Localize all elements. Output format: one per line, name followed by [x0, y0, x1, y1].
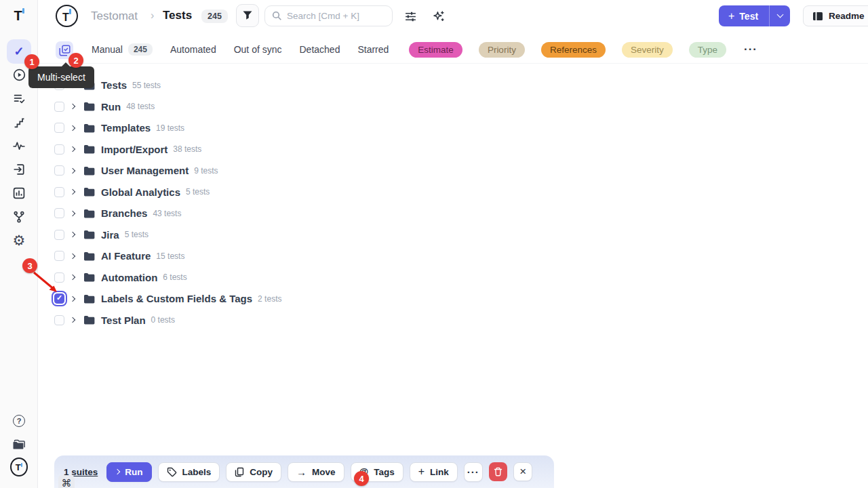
tree-row[interactable]: Branches 43 tests [54, 203, 281, 224]
tree-row[interactable]: Automation 6 tests [54, 267, 281, 289]
tree-row[interactable]: Jira 5 tests [54, 224, 281, 246]
suite-name[interactable]: Branches [101, 207, 147, 219]
tree-row[interactable]: Labels & Custom Fields & Tags 2 tests [54, 288, 281, 310]
search-box[interactable] [264, 5, 393, 26]
tree-row[interactable]: Run 48 tests [54, 96, 281, 118]
suite-test-count: 6 tests [163, 272, 186, 282]
suite-test-count: 15 tests [156, 251, 184, 261]
sidebar-item-import-icon[interactable] [10, 161, 28, 178]
sidebar-item-runs-play-icon[interactable] [10, 66, 28, 83]
folder-icon [83, 144, 95, 155]
folder-icon [83, 293, 95, 304]
sidebar-item-pulse-icon[interactable] [10, 137, 28, 155]
delete-button[interactable] [489, 462, 508, 481]
move-button[interactable]: Move [288, 462, 344, 482]
chevron-right-icon[interactable] [70, 146, 75, 152]
app-logo-icon[interactable]: T [0, 5, 38, 26]
copy-icon [235, 467, 244, 477]
tag-icon [167, 467, 177, 477]
readme-button[interactable]: Readme [803, 5, 868, 26]
ai-sparkles-icon[interactable] [431, 9, 446, 24]
view-settings-sliders-icon[interactable] [403, 9, 418, 24]
sidebar-projects-folder-icon[interactable] [10, 436, 28, 453]
labels-button[interactable]: Labels [158, 462, 220, 482]
tab-starred[interactable]: Starred [357, 44, 389, 55]
project-logo-icon[interactable]: T [56, 5, 78, 27]
tab-automated[interactable]: Automated [170, 44, 216, 55]
search-input[interactable] [287, 11, 382, 21]
suite-name[interactable]: Test Plan [101, 314, 146, 326]
sidebar-item-analytics-chart-icon[interactable] [10, 184, 28, 202]
suite-name[interactable]: Run [101, 101, 121, 113]
suite-name[interactable]: Jira [101, 229, 119, 241]
tree-row[interactable]: Global Analytics 5 tests [54, 182, 281, 203]
annotation-badge-2: 2 [68, 53, 83, 68]
suite-name[interactable]: Templates [101, 122, 151, 134]
tree-row[interactable]: Import/Export 38 tests [54, 139, 281, 161]
sidebar-item-plans-list-check-icon[interactable] [10, 89, 28, 107]
row-checkbox[interactable] [54, 102, 64, 112]
pill-severity[interactable]: Severity [622, 42, 673, 58]
suite-test-count: 5 tests [125, 230, 149, 239]
suite-name[interactable]: AI Feature [101, 250, 151, 262]
tab-detached[interactable]: Detached [299, 44, 340, 55]
suite-test-count: 38 tests [173, 144, 201, 154]
suite-name[interactable]: Import/Export [101, 144, 167, 155]
sidebar-item-settings-gear-icon[interactable] [10, 232, 28, 249]
row-checkbox[interactable] [54, 187, 64, 197]
link-button[interactable]: Link [410, 462, 458, 482]
sidebar-profile-logo-icon[interactable]: T [10, 458, 28, 476]
tree-row[interactable]: User Management 9 tests [54, 160, 281, 182]
chevron-right-icon[interactable] [70, 211, 75, 216]
chevron-right-icon[interactable] [70, 274, 75, 280]
pill-type[interactable]: Type [689, 42, 726, 58]
tree-row[interactable]: Templates 19 tests [54, 117, 281, 139]
suite-name[interactable]: User Management [101, 165, 189, 176]
folder-icon [83, 102, 95, 112]
suite-name[interactable]: Labels & Custom Fields & Tags [101, 293, 252, 304]
more-actions-button[interactable] [464, 462, 483, 482]
sidebar-item-branch-icon[interactable] [10, 208, 28, 226]
pill-estimate[interactable]: Estimate [409, 42, 462, 58]
chevron-right-icon[interactable] [70, 104, 75, 109]
chevron-right-icon[interactable] [70, 168, 75, 174]
tab-out-of-sync[interactable]: Out of sync [234, 44, 282, 55]
folder-icon [83, 315, 95, 325]
row-checkbox[interactable] [54, 165, 64, 176]
copy-button[interactable]: Copy [226, 462, 281, 482]
row-checkbox[interactable] [54, 123, 64, 133]
filter-button[interactable] [236, 4, 259, 27]
pill-references[interactable]: References [541, 42, 606, 58]
pill-priority[interactable]: Priority [479, 42, 525, 58]
annotation-badge-1: 1 [24, 54, 39, 69]
command-key-icon [58, 475, 75, 488]
tree-row[interactable]: Test Plan 0 tests [54, 310, 281, 331]
row-checkbox[interactable] [54, 315, 64, 325]
suite-name[interactable]: Tests [101, 79, 127, 91]
chevron-down-icon [776, 12, 783, 18]
chevron-right-icon[interactable] [70, 189, 75, 195]
row-checkbox[interactable] [54, 251, 64, 261]
suite-name[interactable]: Automation [101, 272, 157, 283]
breadcrumb-app[interactable]: Testomat [91, 9, 138, 23]
row-checkbox[interactable] [54, 144, 64, 155]
suite-name[interactable]: Global Analytics [101, 186, 180, 198]
add-test-dropdown-button[interactable] [769, 5, 790, 26]
run-button[interactable]: Run [106, 462, 151, 482]
chevron-right-icon[interactable] [70, 232, 75, 237]
chevron-right-icon[interactable] [70, 253, 75, 259]
suite-test-count: 5 tests [186, 187, 210, 197]
add-test-button[interactable]: + Test [719, 5, 769, 26]
chevron-right-icon[interactable] [70, 317, 75, 323]
sidebar-help-icon[interactable]: ? [10, 412, 28, 430]
tree-row[interactable]: AI Feature 15 tests [54, 245, 281, 267]
sidebar-item-steps-icon[interactable] [10, 113, 28, 131]
row-checkbox[interactable] [54, 230, 64, 240]
breadcrumb-page-title[interactable]: Tests [163, 9, 192, 22]
chevron-right-icon[interactable] [70, 296, 75, 302]
more-pills-ellipsis-icon[interactable]: ··· [744, 43, 757, 56]
row-checkbox[interactable] [54, 208, 64, 218]
close-action-bar-button[interactable] [513, 462, 532, 481]
chevron-right-icon[interactable] [70, 125, 75, 131]
tab-manual[interactable]: Manual 245 [92, 43, 153, 56]
